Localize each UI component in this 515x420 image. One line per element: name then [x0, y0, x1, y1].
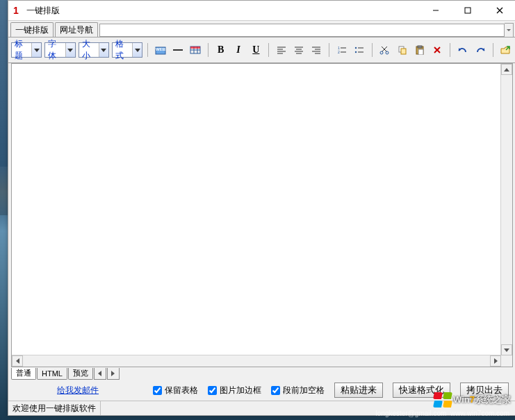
delete-icon	[433, 46, 441, 54]
chevron-down-icon	[504, 348, 509, 352]
scroll-down-button[interactable]	[501, 344, 512, 355]
format-dropdown[interactable]: 格式	[112, 42, 142, 58]
horizontal-rule-icon	[172, 45, 183, 55]
maximize-icon	[464, 7, 471, 14]
copy-out-button[interactable]: 拷贝出去	[460, 383, 509, 398]
underline-icon: U	[252, 44, 259, 56]
tab-layout[interactable]: 一键排版	[10, 22, 54, 37]
tab-preview-view[interactable]: 预览	[68, 368, 93, 380]
svg-rect-39	[418, 46, 422, 48]
heading-dropdown[interactable]: 标题	[11, 42, 42, 58]
vertical-scrollbar[interactable]	[500, 64, 512, 355]
para-space-label: 段前加空格	[283, 385, 325, 396]
align-center-button[interactable]	[291, 42, 306, 58]
undo-icon	[457, 46, 468, 54]
address-field[interactable]	[99, 24, 505, 37]
insert-hr-button[interactable]	[170, 42, 185, 58]
undo-button[interactable]	[455, 42, 470, 58]
chevron-down-icon	[99, 43, 108, 57]
para-space-checkbox[interactable]: 段前加空格	[271, 385, 325, 396]
chevron-left-icon	[98, 371, 101, 376]
redo-icon	[475, 46, 486, 54]
align-left-button[interactable]	[274, 42, 288, 58]
image-border-checkbox[interactable]: 图片加边框	[208, 385, 261, 396]
separator	[372, 43, 373, 57]
tab-scroll-right[interactable]	[107, 368, 120, 380]
chevron-down-icon	[507, 29, 511, 31]
svg-text:2: 2	[338, 50, 340, 54]
action-bar: 给我发邮件 保留表格 图片加边框 段前加空格 粘贴进来 快速格式化 拷贝出去	[8, 380, 515, 401]
tab-scroll-left[interactable]	[94, 368, 106, 380]
open-external-button[interactable]	[498, 42, 513, 58]
app-icon: 1	[8, 5, 24, 16]
delete-button[interactable]	[430, 42, 445, 58]
scroll-right-button[interactable]	[490, 355, 501, 367]
copy-button[interactable]	[395, 42, 409, 58]
address-field-wrap	[99, 24, 514, 37]
maximize-button[interactable]	[452, 1, 484, 20]
paste-button[interactable]	[412, 42, 427, 58]
bold-icon: B	[218, 44, 224, 56]
tab-normal-view[interactable]: 普通	[11, 368, 36, 380]
close-icon	[496, 7, 503, 14]
redo-button[interactable]	[473, 42, 487, 58]
tab-navigation[interactable]: 网址导航	[55, 22, 98, 37]
editor-content[interactable]	[12, 64, 501, 355]
scroll-left-button[interactable]	[12, 355, 23, 367]
para-space-input[interactable]	[271, 386, 280, 395]
align-left-icon	[277, 46, 286, 54]
svg-point-29	[355, 51, 357, 53]
svg-line-35	[382, 47, 386, 51]
separator	[268, 43, 269, 57]
unordered-list-button[interactable]	[352, 42, 366, 58]
keep-table-label: 保留表格	[165, 385, 198, 396]
underline-button[interactable]: U	[249, 42, 263, 58]
font-dropdown[interactable]: 字体	[44, 42, 75, 58]
scroll-up-button[interactable]	[501, 64, 512, 75]
ordered-list-button[interactable]: 12	[334, 42, 349, 58]
copy-icon	[398, 45, 407, 55]
svg-text:WEB: WEB	[156, 47, 166, 51]
paste-in-button[interactable]: 粘贴进来	[334, 383, 383, 398]
table-icon	[190, 45, 201, 55]
scissors-icon	[379, 45, 389, 55]
bold-button[interactable]: B	[213, 42, 228, 58]
separator	[208, 43, 209, 57]
svg-rect-11	[190, 47, 200, 49]
separator	[450, 43, 450, 57]
minimize-button[interactable]	[420, 1, 452, 20]
chevron-right-icon	[494, 358, 498, 364]
editor-area	[11, 63, 513, 367]
insert-table-button[interactable]	[188, 42, 203, 58]
close-button[interactable]	[484, 1, 515, 20]
insert-web-button[interactable]: WEB	[153, 42, 167, 58]
italic-icon: I	[236, 44, 240, 56]
send-mail-link[interactable]: 给我发邮件	[57, 385, 99, 396]
cut-button[interactable]	[377, 42, 392, 58]
quick-format-button[interactable]: 快速格式化	[393, 383, 450, 398]
align-center-icon	[294, 46, 304, 54]
align-right-button[interactable]	[309, 42, 324, 58]
horizontal-scrollbar[interactable]	[12, 355, 501, 367]
svg-rect-1	[465, 8, 471, 13]
unordered-list-icon	[354, 46, 364, 54]
keep-table-input[interactable]	[153, 386, 162, 395]
separator	[147, 43, 148, 57]
svg-rect-40	[418, 49, 423, 55]
font-label: 字体	[45, 38, 65, 62]
separator	[329, 43, 329, 57]
image-border-input[interactable]	[208, 386, 217, 395]
format-toolbar: 标题 字体 大小 格式 WEB	[8, 37, 515, 63]
heading-label: 标题	[12, 38, 31, 62]
address-go-button[interactable]	[505, 23, 514, 37]
size-dropdown[interactable]: 大小	[79, 42, 109, 58]
ordered-list-icon: 12	[337, 46, 347, 54]
image-border-label: 图片加边框	[220, 385, 261, 396]
italic-button[interactable]: I	[231, 42, 245, 58]
top-tab-row: 一键排版 网址导航	[8, 21, 515, 37]
web-icon: WEB	[155, 45, 166, 55]
tab-html-view[interactable]: HTML	[37, 368, 67, 380]
separator	[493, 43, 493, 57]
keep-table-checkbox[interactable]: 保留表格	[153, 385, 198, 396]
desktop: 1 一键排版 一键排版 网址导航	[0, 0, 515, 420]
